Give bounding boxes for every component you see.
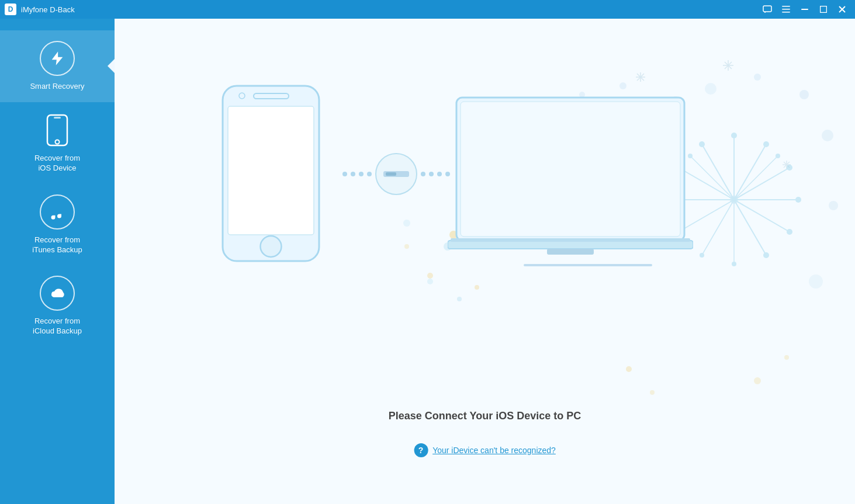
svg-line-58 bbox=[637, 74, 644, 81]
sidebar-label-smart-recovery: Smart Recovery bbox=[30, 82, 84, 92]
maximize-button[interactable] bbox=[815, 4, 832, 15]
svg-point-33 bbox=[795, 197, 801, 203]
svg-rect-9 bbox=[47, 115, 67, 145]
svg-point-39 bbox=[776, 154, 780, 158]
bolt-icon bbox=[40, 41, 75, 76]
svg-rect-81 bbox=[386, 172, 396, 176]
svg-point-15 bbox=[403, 220, 410, 227]
svg-point-43 bbox=[732, 262, 736, 266]
svg-rect-85 bbox=[547, 249, 594, 255]
recognize-hint-area[interactable]: ? Your iDevice can't be recognized? bbox=[414, 443, 556, 457]
sidebar-item-recover-ios[interactable]: Recover fromiOS Device bbox=[0, 102, 115, 184]
svg-line-17 bbox=[734, 144, 766, 200]
svg-point-73 bbox=[754, 377, 761, 384]
titlebar-left: D iMyfone D-Back bbox=[5, 4, 75, 15]
svg-point-50 bbox=[754, 74, 761, 81]
svg-rect-84 bbox=[448, 241, 693, 249]
titlebar: D iMyfone D-Back bbox=[0, 0, 855, 19]
svg-line-18 bbox=[734, 168, 790, 200]
svg-rect-83 bbox=[461, 102, 680, 237]
svg-point-70 bbox=[404, 244, 409, 249]
minimize-button[interactable] bbox=[797, 4, 813, 15]
svg-point-34 bbox=[787, 229, 792, 235]
svg-line-61 bbox=[725, 62, 732, 69]
svg-rect-0 bbox=[763, 6, 771, 12]
svg-line-22 bbox=[702, 144, 734, 200]
svg-point-49 bbox=[705, 83, 716, 95]
svg-point-31 bbox=[763, 141, 769, 147]
svg-point-13 bbox=[427, 279, 433, 284]
svg-line-28 bbox=[702, 200, 734, 255]
svg-rect-4 bbox=[801, 9, 808, 10]
svg-point-35 bbox=[763, 252, 769, 258]
cloud-icon bbox=[40, 276, 75, 311]
svg-rect-1 bbox=[782, 6, 790, 7]
svg-point-47 bbox=[619, 82, 626, 89]
connect-message: Please Connect Your iOS Device to PC bbox=[389, 410, 581, 422]
svg-point-71 bbox=[626, 366, 632, 372]
svg-point-44 bbox=[730, 196, 738, 204]
svg-point-14 bbox=[457, 297, 462, 301]
svg-point-79 bbox=[261, 236, 282, 257]
app-logo: D bbox=[5, 4, 16, 15]
connect-message-area: Please Connect Your iOS Device to PC bbox=[389, 410, 581, 422]
sidebar-item-recover-icloud[interactable]: Recover fromiCloud Backup bbox=[0, 265, 115, 347]
svg-line-65 bbox=[784, 162, 790, 168]
music-icon bbox=[40, 194, 75, 230]
svg-rect-10 bbox=[54, 117, 61, 119]
svg-rect-5 bbox=[821, 6, 827, 13]
svg-line-20 bbox=[734, 200, 790, 232]
svg-point-54 bbox=[809, 274, 823, 289]
sidebar-label-recover-ios: Recover fromiOS Device bbox=[34, 154, 80, 173]
svg-point-72 bbox=[650, 390, 655, 395]
svg-point-53 bbox=[829, 201, 838, 210]
laptop-illustration bbox=[448, 95, 693, 272]
svg-point-74 bbox=[784, 355, 789, 360]
sidebar-item-recover-itunes[interactable]: Recover fromiTunes Backup bbox=[0, 184, 115, 266]
app-body: Smart Recovery Recover fromiOS Device Re… bbox=[0, 19, 855, 504]
svg-line-21 bbox=[734, 200, 766, 255]
svg-point-68 bbox=[427, 273, 433, 279]
svg-line-26 bbox=[690, 156, 734, 200]
sidebar-label-recover-icloud: Recover fromiCloud Backup bbox=[33, 317, 82, 336]
close-button[interactable] bbox=[834, 4, 850, 15]
svg-line-57 bbox=[637, 74, 644, 81]
svg-point-32 bbox=[787, 165, 792, 171]
svg-marker-8 bbox=[52, 51, 63, 65]
usb-connector-area bbox=[342, 153, 450, 195]
svg-point-69 bbox=[475, 285, 479, 290]
svg-rect-78 bbox=[228, 106, 314, 235]
svg-line-25 bbox=[734, 156, 778, 200]
svg-point-42 bbox=[700, 253, 704, 258]
recognize-hint-text[interactable]: Your iDevice can't be recognized? bbox=[432, 446, 556, 455]
svg-rect-2 bbox=[782, 9, 790, 10]
svg-rect-86 bbox=[451, 238, 690, 242]
svg-line-62 bbox=[725, 62, 732, 69]
svg-point-52 bbox=[822, 130, 833, 141]
sidebar-item-smart-recovery[interactable]: Smart Recovery bbox=[0, 30, 115, 102]
svg-point-51 bbox=[799, 90, 809, 99]
titlebar-controls bbox=[759, 4, 850, 15]
svg-point-36 bbox=[699, 141, 705, 147]
iphone-illustration bbox=[220, 83, 322, 266]
laptop-base-line bbox=[524, 264, 652, 266]
menu-button[interactable] bbox=[778, 4, 794, 15]
chat-button[interactable] bbox=[759, 4, 776, 15]
sidebar: Smart Recovery Recover fromiOS Device Re… bbox=[0, 19, 115, 504]
svg-rect-3 bbox=[782, 12, 790, 13]
app-title: iMyfone D-Back bbox=[21, 5, 75, 14]
question-icon: ? bbox=[414, 443, 428, 457]
phone-icon bbox=[40, 113, 75, 148]
sidebar-label-recover-itunes: Recover fromiTunes Backup bbox=[32, 235, 82, 255]
svg-point-11 bbox=[56, 140, 60, 144]
main-content: Please Connect Your iOS Device to PC ? Y… bbox=[115, 19, 855, 504]
svg-point-30 bbox=[731, 133, 737, 138]
svg-line-66 bbox=[784, 162, 790, 168]
